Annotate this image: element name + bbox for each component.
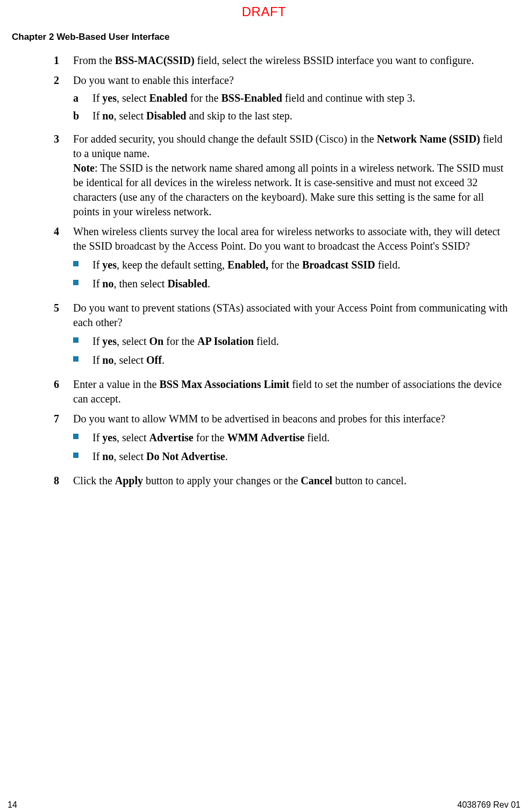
substep-a: a If yes, select Enabled for the BSS-Ena… <box>73 91 511 105</box>
step-2: 2 Do you want to enable this interface? … <box>54 73 511 126</box>
step-7: 7 Do you want to allow WMM to be adverti… <box>54 412 511 468</box>
bullet-icon <box>73 277 92 285</box>
substep-letter: b <box>73 109 92 123</box>
step-1: 1 From the BSS-MAC(SSID) field, select t… <box>54 53 511 68</box>
step-text: When wireless clients survey the local a… <box>73 224 511 253</box>
substep-b: b If no, select Disabled and skip to the… <box>73 109 511 123</box>
bullet-item: If yes, select Advertise for the WMM Adv… <box>73 430 511 445</box>
bullet-text: If no, then select Disabled. <box>92 277 511 291</box>
bullet-icon <box>73 430 92 439</box>
revision-number: 4038769 Rev 01 <box>458 799 520 811</box>
step-body: Do you want to enable this interface? a … <box>73 73 511 126</box>
step-text: Click the Apply button to apply your cha… <box>73 474 511 488</box>
step-3: 3 For added security, you should change … <box>54 132 511 219</box>
chapter-header: Chapter 2 Web-Based User Interface <box>12 31 528 44</box>
bullet-text: If yes, select On for the AP Isolation f… <box>92 334 511 349</box>
step-text: From the BSS-MAC(SSID) field, select the… <box>73 53 511 68</box>
step-6: 6 Enter a value in the BSS Max Associati… <box>54 377 511 406</box>
bullet-item: If yes, select On for the AP Isolation f… <box>73 334 511 349</box>
step-body: Do you want to prevent stations (STAs) a… <box>73 301 511 372</box>
bullet-icon <box>73 449 92 458</box>
draft-watermark: DRAFT <box>0 3 528 20</box>
step-text: Do you want to enable this interface? <box>73 73 511 88</box>
substep-letter: a <box>73 91 92 105</box>
step-number: 5 <box>54 301 73 372</box>
step-number: 1 <box>54 53 73 68</box>
step-body: Do you want to allow WMM to be advertise… <box>73 412 511 468</box>
step-number: 3 <box>54 132 73 219</box>
substep-text: If no, select Disabled and skip to the l… <box>92 109 511 123</box>
step-text: Do you want to prevent stations (STAs) a… <box>73 301 511 330</box>
step-number: 6 <box>54 377 73 406</box>
step-number: 4 <box>54 224 73 295</box>
bullet-text: If yes, keep the default setting, Enable… <box>92 258 511 272</box>
bullet-item: If yes, keep the default setting, Enable… <box>73 258 511 272</box>
step-text: For added security, you should change th… <box>73 132 511 219</box>
bullet-icon <box>73 258 92 266</box>
step-text: Do you want to allow WMM to be advertise… <box>73 412 511 426</box>
bullet-item: If no, select Do Not Advertise. <box>73 449 511 464</box>
bullet-item: If no, select Off. <box>73 353 511 368</box>
main-content: 1 From the BSS-MAC(SSID) field, select t… <box>54 53 511 488</box>
page-number: 14 <box>8 799 17 811</box>
step-8: 8 Click the Apply button to apply your c… <box>54 474 511 488</box>
step-number: 7 <box>54 412 73 468</box>
bullet-text: If yes, select Advertise for the WMM Adv… <box>92 430 511 445</box>
bullet-item: If no, then select Disabled. <box>73 277 511 291</box>
substep-text: If yes, select Enabled for the BSS-Enabl… <box>92 91 511 105</box>
step-4: 4 When wireless clients survey the local… <box>54 224 511 295</box>
bullet-icon <box>73 353 92 362</box>
bullet-icon <box>73 334 92 343</box>
step-body: When wireless clients survey the local a… <box>73 224 511 295</box>
step-text: Enter a value in the BSS Max Association… <box>73 377 511 406</box>
bullet-text: If no, select Do Not Advertise. <box>92 449 511 464</box>
step-number: 2 <box>54 73 73 126</box>
step-5: 5 Do you want to prevent stations (STAs)… <box>54 301 511 372</box>
step-number: 8 <box>54 474 73 488</box>
bullet-text: If no, select Off. <box>92 353 511 368</box>
